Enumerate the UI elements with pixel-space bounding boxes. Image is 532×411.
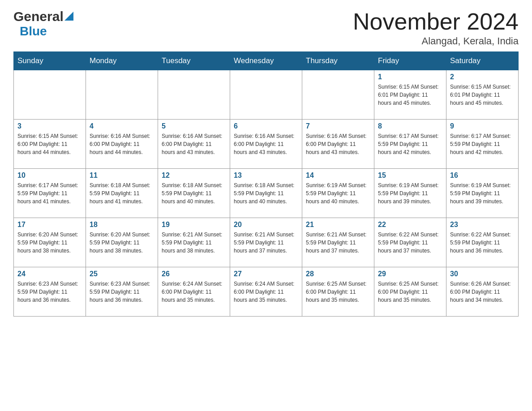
day-info: Sunrise: 6:19 AM Sunset: 5:59 PM Dayligh… [306, 181, 370, 206]
calendar-cell: 7Sunrise: 6:16 AM Sunset: 6:00 PM Daylig… [302, 120, 374, 169]
calendar-cell: 11Sunrise: 6:18 AM Sunset: 5:59 PM Dayli… [86, 169, 158, 218]
day-number: 17 [17, 221, 82, 229]
day-of-week-header: Friday [374, 52, 446, 70]
day-number: 7 [306, 122, 370, 130]
calendar-cell: 17Sunrise: 6:20 AM Sunset: 5:59 PM Dayli… [14, 218, 86, 267]
day-number: 12 [162, 171, 226, 180]
calendar-cell: 2Sunrise: 6:15 AM Sunset: 6:01 PM Daylig… [446, 70, 519, 120]
day-number: 3 [17, 122, 82, 130]
day-number: 29 [378, 270, 442, 278]
calendar-header-row: SundayMondayTuesdayWednesdayThursdayFrid… [14, 52, 519, 70]
calendar-cell: 14Sunrise: 6:19 AM Sunset: 5:59 PM Dayli… [302, 169, 374, 218]
day-info: Sunrise: 6:15 AM Sunset: 6:00 PM Dayligh… [17, 132, 82, 156]
calendar-week-row: 17Sunrise: 6:20 AM Sunset: 5:59 PM Dayli… [14, 218, 519, 267]
calendar-cell: 9Sunrise: 6:17 AM Sunset: 5:59 PM Daylig… [446, 120, 519, 169]
day-number: 30 [450, 270, 515, 278]
calendar-cell [230, 70, 302, 120]
day-info: Sunrise: 6:16 AM Sunset: 6:00 PM Dayligh… [234, 132, 298, 156]
calendar-cell: 21Sunrise: 6:21 AM Sunset: 5:59 PM Dayli… [302, 218, 374, 267]
calendar-week-row: 1Sunrise: 6:15 AM Sunset: 6:01 PM Daylig… [14, 70, 519, 120]
day-number: 9 [450, 122, 515, 130]
calendar-cell: 10Sunrise: 6:17 AM Sunset: 5:59 PM Dayli… [14, 169, 86, 218]
day-number: 27 [234, 270, 298, 278]
day-info: Sunrise: 6:23 AM Sunset: 5:59 PM Dayligh… [90, 280, 154, 304]
day-number: 4 [90, 122, 154, 130]
calendar-cell: 18Sunrise: 6:20 AM Sunset: 5:59 PM Dayli… [86, 218, 158, 267]
day-number: 23 [450, 221, 515, 229]
day-info: Sunrise: 6:24 AM Sunset: 6:00 PM Dayligh… [234, 280, 298, 304]
logo-blue-text: Blue [20, 24, 47, 38]
day-of-week-header: Wednesday [230, 52, 302, 70]
day-of-week-header: Tuesday [158, 52, 230, 70]
calendar-cell: 29Sunrise: 6:25 AM Sunset: 6:00 PM Dayli… [374, 267, 446, 317]
calendar-week-row: 10Sunrise: 6:17 AM Sunset: 5:59 PM Dayli… [14, 169, 519, 218]
day-info: Sunrise: 6:20 AM Sunset: 5:59 PM Dayligh… [17, 231, 82, 255]
day-number: 6 [234, 122, 298, 130]
day-info: Sunrise: 6:15 AM Sunset: 6:01 PM Dayligh… [378, 83, 442, 107]
day-info: Sunrise: 6:20 AM Sunset: 5:59 PM Dayligh… [90, 231, 154, 255]
day-info: Sunrise: 6:15 AM Sunset: 6:01 PM Dayligh… [450, 83, 515, 107]
calendar-cell [302, 70, 374, 120]
day-number: 14 [306, 171, 370, 180]
day-info: Sunrise: 6:26 AM Sunset: 6:00 PM Dayligh… [450, 280, 515, 304]
day-info: Sunrise: 6:16 AM Sunset: 6:00 PM Dayligh… [90, 132, 154, 156]
page-header: General Blue November 2024 Alangad, Kera… [13, 9, 519, 47]
day-number: 21 [306, 221, 370, 229]
day-info: Sunrise: 6:18 AM Sunset: 5:59 PM Dayligh… [234, 181, 298, 206]
day-number: 20 [234, 221, 298, 229]
calendar-cell: 12Sunrise: 6:18 AM Sunset: 5:59 PM Dayli… [158, 169, 230, 218]
calendar-cell: 1Sunrise: 6:15 AM Sunset: 6:01 PM Daylig… [374, 70, 446, 120]
day-info: Sunrise: 6:21 AM Sunset: 5:59 PM Dayligh… [162, 231, 226, 255]
calendar-cell: 30Sunrise: 6:26 AM Sunset: 6:00 PM Dayli… [446, 267, 519, 317]
day-of-week-header: Thursday [302, 52, 374, 70]
logo: General Blue [13, 9, 73, 39]
calendar-cell: 13Sunrise: 6:18 AM Sunset: 5:59 PM Dayli… [230, 169, 302, 218]
logo-triangle-icon [64, 12, 73, 21]
title-section: November 2024 Alangad, Kerala, India [353, 9, 519, 47]
day-number: 16 [450, 171, 515, 180]
calendar-cell: 23Sunrise: 6:22 AM Sunset: 5:59 PM Dayli… [446, 218, 519, 267]
month-title: November 2024 [353, 9, 519, 34]
day-info: Sunrise: 6:16 AM Sunset: 6:00 PM Dayligh… [306, 132, 370, 156]
day-number: 11 [90, 171, 154, 180]
day-number: 2 [450, 73, 515, 81]
day-info: Sunrise: 6:21 AM Sunset: 5:59 PM Dayligh… [234, 231, 298, 255]
day-info: Sunrise: 6:18 AM Sunset: 5:59 PM Dayligh… [90, 181, 154, 206]
calendar-cell: 24Sunrise: 6:23 AM Sunset: 5:59 PM Dayli… [14, 267, 86, 317]
day-info: Sunrise: 6:25 AM Sunset: 6:00 PM Dayligh… [378, 280, 442, 304]
day-number: 28 [306, 270, 370, 278]
calendar-cell: 6Sunrise: 6:16 AM Sunset: 6:00 PM Daylig… [230, 120, 302, 169]
calendar-cell: 4Sunrise: 6:16 AM Sunset: 6:00 PM Daylig… [86, 120, 158, 169]
day-number: 19 [162, 221, 226, 229]
calendar-cell: 22Sunrise: 6:22 AM Sunset: 5:59 PM Dayli… [374, 218, 446, 267]
day-number: 8 [378, 122, 442, 130]
calendar-cell: 15Sunrise: 6:19 AM Sunset: 5:59 PM Dayli… [374, 169, 446, 218]
day-of-week-header: Saturday [446, 52, 519, 70]
day-number: 13 [234, 171, 298, 180]
day-of-week-header: Sunday [14, 52, 86, 70]
calendar-cell [158, 70, 230, 120]
calendar-table: SundayMondayTuesdayWednesdayThursdayFrid… [13, 51, 519, 317]
day-number: 22 [378, 221, 442, 229]
day-info: Sunrise: 6:24 AM Sunset: 6:00 PM Dayligh… [162, 280, 226, 304]
day-info: Sunrise: 6:16 AM Sunset: 6:00 PM Dayligh… [162, 132, 226, 156]
day-number: 10 [17, 171, 82, 180]
day-number: 15 [378, 171, 442, 180]
day-info: Sunrise: 6:23 AM Sunset: 5:59 PM Dayligh… [17, 280, 82, 304]
calendar-week-row: 3Sunrise: 6:15 AM Sunset: 6:00 PM Daylig… [14, 120, 519, 169]
day-info: Sunrise: 6:17 AM Sunset: 5:59 PM Dayligh… [378, 132, 442, 156]
day-info: Sunrise: 6:17 AM Sunset: 5:59 PM Dayligh… [17, 181, 82, 206]
calendar-cell: 5Sunrise: 6:16 AM Sunset: 6:00 PM Daylig… [158, 120, 230, 169]
day-number: 24 [17, 270, 82, 278]
calendar-cell: 19Sunrise: 6:21 AM Sunset: 5:59 PM Dayli… [158, 218, 230, 267]
day-info: Sunrise: 6:21 AM Sunset: 5:59 PM Dayligh… [306, 231, 370, 255]
calendar-cell: 27Sunrise: 6:24 AM Sunset: 6:00 PM Dayli… [230, 267, 302, 317]
day-number: 5 [162, 122, 226, 130]
day-number: 25 [90, 270, 154, 278]
day-of-week-header: Monday [86, 52, 158, 70]
day-info: Sunrise: 6:19 AM Sunset: 5:59 PM Dayligh… [378, 181, 442, 206]
day-info: Sunrise: 6:17 AM Sunset: 5:59 PM Dayligh… [450, 132, 515, 156]
calendar-cell: 20Sunrise: 6:21 AM Sunset: 5:59 PM Dayli… [230, 218, 302, 267]
location-text: Alangad, Kerala, India [353, 35, 519, 47]
logo-general-text: General [13, 9, 64, 24]
